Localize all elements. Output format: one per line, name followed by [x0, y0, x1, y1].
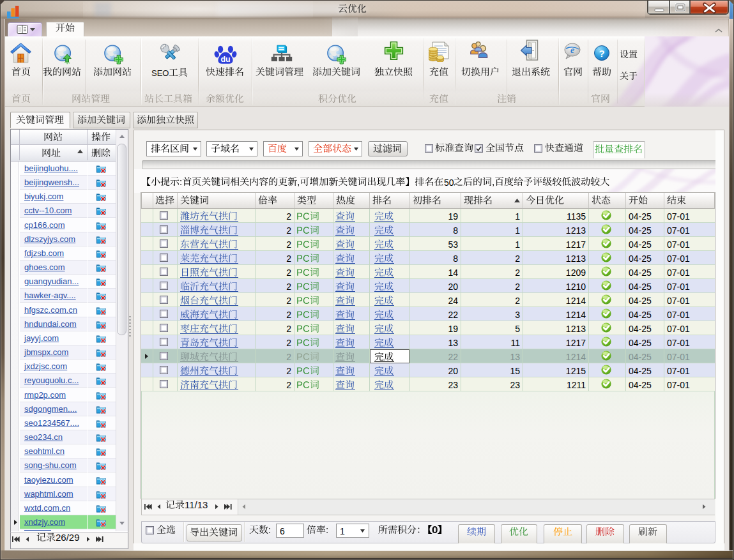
svg-text:du: du	[220, 55, 230, 64]
svg-text:?: ?	[599, 48, 604, 59]
